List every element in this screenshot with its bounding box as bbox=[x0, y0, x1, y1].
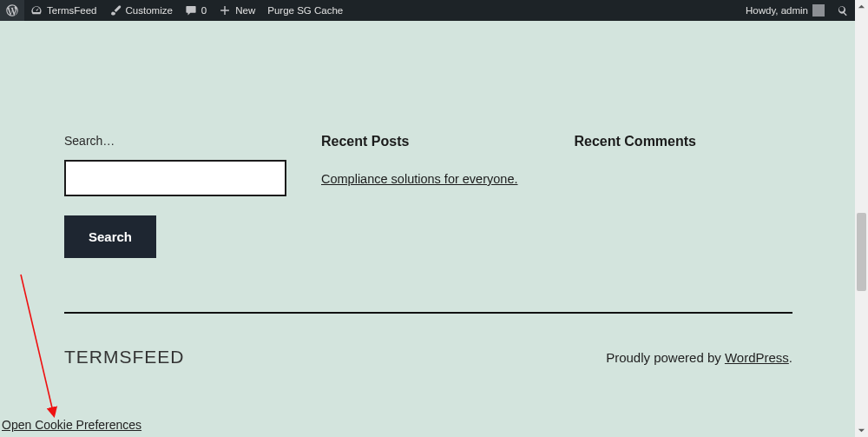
site-name-menu[interactable]: TermsFeed bbox=[24, 0, 103, 21]
search-toggle[interactable] bbox=[831, 0, 855, 21]
plus-icon bbox=[219, 4, 231, 17]
wp-admin-bar: TermsFeed Customize 0 New Purge SG Cache… bbox=[0, 0, 855, 21]
chevron-down-icon bbox=[858, 427, 865, 434]
avatar bbox=[812, 4, 825, 17]
search-icon bbox=[837, 4, 849, 17]
howdy-label: Howdy, admin bbox=[746, 5, 808, 16]
recent-posts-widget: Recent Posts Compliance solutions for ev… bbox=[321, 134, 540, 258]
open-cookie-preferences-link[interactable]: Open Cookie Preferences bbox=[2, 418, 141, 432]
admin-bar-left: TermsFeed Customize 0 New Purge SG Cache bbox=[0, 0, 349, 21]
site-footer: TERMSFEED Proudly powered by WordPress. bbox=[64, 314, 792, 367]
search-button[interactable]: Search bbox=[64, 215, 156, 258]
recent-comments-widget: Recent Comments bbox=[575, 134, 793, 258]
admin-bar-right: Howdy, admin bbox=[740, 0, 855, 21]
scroll-up-button[interactable] bbox=[855, 0, 868, 13]
brush-icon bbox=[109, 4, 122, 17]
wordpress-icon bbox=[6, 4, 18, 17]
footer-credit: Proudly powered by WordPress. bbox=[606, 350, 792, 365]
customize-label: Customize bbox=[126, 5, 173, 16]
my-account-menu[interactable]: Howdy, admin bbox=[740, 0, 831, 21]
recent-posts-heading: Recent Posts bbox=[321, 134, 540, 149]
search-label: Search… bbox=[64, 134, 286, 148]
wp-logo-menu[interactable] bbox=[0, 0, 24, 21]
site-name-label: TermsFeed bbox=[47, 5, 97, 16]
chevron-up-icon bbox=[858, 3, 865, 10]
footer-widgets: Search… Search Recent Posts Compliance s… bbox=[64, 134, 792, 258]
scrollbar-thumb[interactable] bbox=[857, 213, 866, 291]
powered-prefix: Proudly powered by bbox=[606, 350, 725, 365]
customize-link[interactable]: Customize bbox=[103, 0, 179, 21]
wordpress-link[interactable]: WordPress bbox=[725, 350, 789, 365]
search-input[interactable] bbox=[64, 160, 286, 196]
new-label: New bbox=[235, 5, 255, 16]
vertical-scrollbar[interactable] bbox=[855, 0, 868, 437]
scrollbar-track[interactable] bbox=[855, 13, 868, 424]
comments-count: 0 bbox=[201, 5, 207, 16]
recent-post-link[interactable]: Compliance solutions for everyone. bbox=[321, 172, 517, 186]
comments-link[interactable]: 0 bbox=[179, 0, 213, 21]
new-content-menu[interactable]: New bbox=[213, 0, 261, 21]
purge-cache-link[interactable]: Purge SG Cache bbox=[261, 0, 349, 21]
page-content: Search… Search Recent Posts Compliance s… bbox=[2, 21, 855, 437]
gauge-icon bbox=[30, 4, 43, 17]
comment-icon bbox=[185, 4, 197, 17]
powered-suffix: . bbox=[789, 350, 792, 365]
purge-label: Purge SG Cache bbox=[267, 5, 343, 16]
search-widget: Search… Search bbox=[64, 134, 286, 258]
scroll-down-button[interactable] bbox=[855, 424, 868, 437]
footer-brand: TERMSFEED bbox=[64, 347, 185, 367]
recent-comments-heading: Recent Comments bbox=[575, 134, 793, 149]
